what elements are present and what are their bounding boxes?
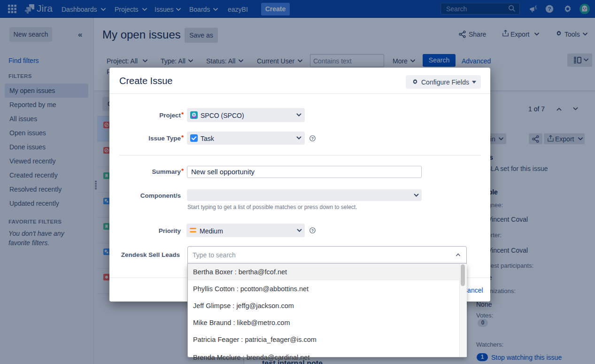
- svg-text:?: ?: [311, 136, 314, 141]
- svg-text:?: ?: [311, 228, 314, 233]
